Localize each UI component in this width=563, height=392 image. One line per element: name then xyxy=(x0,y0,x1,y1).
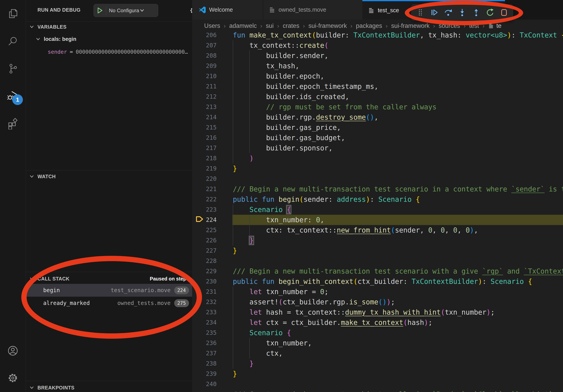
code-line-222[interactable]: public fun begin(sender: address): Scena… xyxy=(192,194,563,205)
line-number-223[interactable]: 223 xyxy=(192,205,217,215)
code-line-240[interactable] xyxy=(192,379,563,389)
file-list-icon xyxy=(368,7,375,14)
code-line-232[interactable]: assert!(ctx_builder.rgp.is_some()); xyxy=(192,297,563,307)
code-line-220[interactable] xyxy=(192,174,563,184)
breadcrumb-item[interactable]: Users xyxy=(204,22,220,29)
start-debugging-icon[interactable] xyxy=(97,7,103,14)
code-line-207[interactable]: tx_context::create( xyxy=(192,40,563,51)
line-number-235[interactable]: 235 xyxy=(192,328,217,338)
line-number-239[interactable]: 239 xyxy=(192,369,217,379)
line-number-217[interactable]: 217 xyxy=(192,143,217,153)
extensions-icon[interactable] xyxy=(7,118,19,130)
line-number-240[interactable]: 240 xyxy=(192,379,217,389)
line-number-219[interactable]: 219 xyxy=(192,163,217,174)
code-line-209[interactable]: tx_hash, xyxy=(192,61,563,71)
line-number-212[interactable]: 212 xyxy=(192,91,217,102)
line-number-238[interactable]: 238 xyxy=(192,358,217,369)
configuration-label[interactable]: No Configura xyxy=(109,8,139,14)
code-line-219[interactable]: } xyxy=(192,163,563,174)
variable-row-sender[interactable]: sender = 0000000000000000000000000000000… xyxy=(48,47,188,57)
code-line-208[interactable]: builder.sender, xyxy=(192,51,563,61)
line-number-237[interactable]: 237 xyxy=(192,348,217,358)
code-line-221[interactable]: /// Begin a new multi-transaction test s… xyxy=(192,184,563,194)
code-line-234[interactable]: let ctx = ctx_builder.make_tx_context(ha… xyxy=(192,317,563,328)
section-breakpoints[interactable]: BREAKPOINTS xyxy=(29,382,74,392)
line-number-210[interactable]: 210 xyxy=(192,71,217,81)
breadcrumb-item[interactable]: sui-framework xyxy=(308,22,347,29)
code-line-217[interactable]: builder.sponsor, xyxy=(192,143,563,153)
line-number-236[interactable]: 236 xyxy=(192,338,217,348)
tab-owned-tests[interactable]: owned_tests.move xyxy=(263,0,362,20)
line-number-218[interactable]: 218 xyxy=(192,153,217,163)
annotation-ellipse-debug-toolbar xyxy=(405,0,523,25)
code-line-233[interactable]: let hash = tx_context::dummy_tx_hash_wit… xyxy=(192,307,563,317)
debug-session-count-badge: 1 xyxy=(12,94,23,105)
code-line-224[interactable]: txn_number: 0, xyxy=(192,215,563,225)
code-line-206[interactable]: fun make_tx_context(builder: TxContextBu… xyxy=(192,32,563,40)
line-number-215[interactable]: 215 xyxy=(192,122,217,133)
breadcrumb-item[interactable]: packages xyxy=(356,22,382,29)
line-number-241[interactable]: 241 xyxy=(192,389,217,392)
breadcrumb[interactable]: Users›adamwelc›sui›crates›sui-framework›… xyxy=(192,20,563,32)
code-line-213[interactable]: // rgp must be set from the caller alway… xyxy=(192,102,563,112)
chevron-down-icon xyxy=(29,386,34,390)
code-line-225[interactable]: ctx: tx_context::new_from_hint(sender, 0… xyxy=(192,225,563,235)
explorer-icon[interactable] xyxy=(7,8,19,20)
line-number-211[interactable]: 211 xyxy=(192,81,217,91)
code-line-227[interactable]: } xyxy=(192,246,563,256)
line-number-228[interactable]: 228 xyxy=(192,256,217,266)
code-line-231[interactable]: let txn_number = 0; xyxy=(192,287,563,297)
tab-label: owned_tests.move xyxy=(279,7,326,13)
code-line-228[interactable] xyxy=(192,256,563,266)
breadcrumb-item[interactable]: crates xyxy=(283,22,299,29)
code-editor[interactable]: fun make_tx_context(builder: TxContextBu… xyxy=(192,32,563,392)
line-number-213[interactable]: 213 xyxy=(192,102,217,112)
code-line-215[interactable]: builder.gas_price, xyxy=(192,122,563,133)
search-icon[interactable] xyxy=(7,35,19,47)
tab-welcome[interactable]: Welcome xyxy=(192,0,263,20)
line-number-208[interactable]: 208 xyxy=(192,51,217,61)
breadcrumb-separator: › xyxy=(386,23,388,29)
line-number-227[interactable]: 227 xyxy=(192,246,217,256)
code-line-238[interactable]: } xyxy=(192,358,563,369)
breadcrumb-item[interactable]: sui xyxy=(266,22,274,29)
section-watch[interactable]: WATCH xyxy=(29,171,56,182)
code-line-214[interactable]: builder.rgp.destroy_some(), xyxy=(192,112,563,122)
line-number-220[interactable]: 220 xyxy=(192,174,217,184)
settings-gear-icon[interactable] xyxy=(7,372,19,384)
code-line-241[interactable]: /// Creates and shares system objects, a… xyxy=(192,389,563,392)
code-line-218[interactable]: ) xyxy=(192,153,563,163)
code-line-211[interactable]: builder.epoch_timestamp_ms, xyxy=(192,81,563,91)
line-number-226[interactable]: 226 xyxy=(192,235,217,246)
breadcrumb-item[interactable]: sui-framework xyxy=(391,22,430,29)
account-icon[interactable] xyxy=(7,345,19,357)
variables-scope-locals[interactable]: locals: begin xyxy=(36,34,76,44)
code-line-236[interactable]: txn_number, xyxy=(192,338,563,348)
code-line-237[interactable]: ctx, xyxy=(192,348,563,358)
code-line-212[interactable]: builder.ids_created, xyxy=(192,91,563,102)
source-control-icon[interactable] xyxy=(7,63,19,75)
breakpoints-label: BREAKPOINTS xyxy=(38,385,74,391)
line-number-206[interactable]: 206 xyxy=(192,32,217,40)
chevron-down-icon xyxy=(139,9,145,13)
line-number-221[interactable]: 221 xyxy=(192,184,217,194)
code-line-230[interactable]: public fun begin_with_context(ctx_builde… xyxy=(192,276,563,287)
line-number-222[interactable]: 222 xyxy=(192,194,217,205)
line-number-214[interactable]: 214 xyxy=(192,112,217,122)
section-variables[interactable]: VARIABLES xyxy=(29,22,66,32)
code-line-229[interactable]: /// Begin a new multi-transaction test s… xyxy=(192,266,563,276)
code-line-223[interactable]: Scenario { xyxy=(192,205,563,215)
line-number-207[interactable]: 207 xyxy=(192,40,217,51)
debug-configuration-dropdown[interactable]: No Configura xyxy=(93,4,158,17)
code-line-239[interactable]: } xyxy=(192,369,563,379)
line-number-229[interactable]: 229 xyxy=(192,266,217,276)
code-line-235[interactable]: Scenario { xyxy=(192,328,563,338)
line-number-225[interactable]: 225 xyxy=(192,225,217,235)
code-line-216[interactable]: builder.gas_budget, xyxy=(192,133,563,143)
breadcrumb-item[interactable]: adamwelc xyxy=(229,22,257,29)
line-number-234[interactable]: 234 xyxy=(192,317,217,328)
line-number-216[interactable]: 216 xyxy=(192,133,217,143)
code-line-226[interactable]: } xyxy=(192,235,563,246)
line-number-209[interactable]: 209 xyxy=(192,61,217,71)
code-line-210[interactable]: builder.epoch, xyxy=(192,71,563,81)
